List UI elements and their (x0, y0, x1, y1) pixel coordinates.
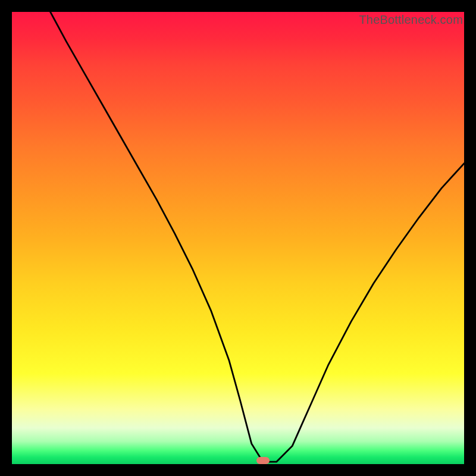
minimum-marker (256, 457, 270, 464)
plot-area (12, 12, 464, 464)
chart-frame: TheBottleneck.com (0, 0, 476, 476)
bottleneck-curve (12, 12, 464, 464)
watermark-text: TheBottleneck.com (359, 13, 463, 27)
